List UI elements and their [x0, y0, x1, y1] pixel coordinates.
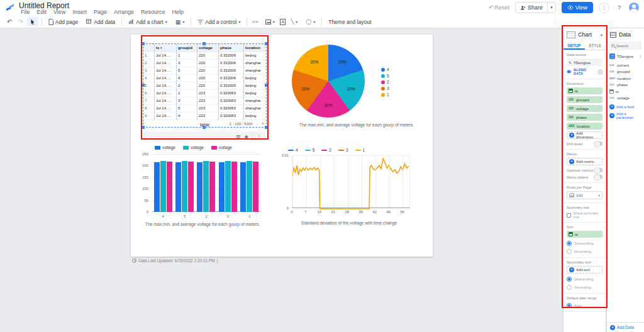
add-control-button[interactable]: Add a control▾ — [194, 19, 243, 25]
legend-item[interactable]: 5 — [305, 148, 315, 152]
sort-option-ascending[interactable]: Ascending — [567, 249, 602, 254]
menu-view[interactable]: View — [50, 9, 69, 15]
add-parameter-button[interactable]: +Add a parameter — [609, 112, 641, 119]
data-source-chip[interactable]: ✎TDengine — [567, 58, 602, 66]
search-input[interactable] — [616, 44, 638, 48]
redo-button[interactable]: ↷ — [16, 18, 25, 25]
chart-type-icon[interactable]: ▥ — [236, 134, 241, 140]
add-data-footer[interactable]: + Add Data — [607, 322, 644, 332]
legend-item[interactable]: 4 — [288, 148, 298, 152]
resize-handle[interactable] — [265, 42, 268, 45]
secondary-sort-option-ascending[interactable]: Ascending — [567, 285, 602, 290]
bar[interactable] — [188, 162, 194, 212]
dimension-chip-voltage[interactable]: 123voltage — [567, 105, 602, 112]
bar[interactable] — [160, 161, 166, 212]
panel-header[interactable]: Chart ▾ — [564, 28, 606, 41]
resize-handle[interactable] — [142, 84, 145, 87]
tab-setup[interactable]: SETUP — [564, 41, 585, 50]
share-dropdown-caret[interactable]: ▾ — [547, 3, 555, 13]
blend-data-row[interactable]: BLEND DATA i — [567, 68, 602, 75]
table-chart[interactable]: ⋮ ts ▾groupidvoltagephaselocation1.Jul 1… — [143, 40, 266, 127]
add-dimension-button[interactable]: +Add dimension — [567, 131, 602, 139]
legend-item[interactable]: voltage — [155, 145, 175, 150]
add-metric-button[interactable]: +Add metric — [567, 158, 602, 165]
legend-item[interactable]: 5 — [381, 74, 389, 78]
add-data-button[interactable]: Add data — [83, 19, 118, 25]
legend-item[interactable]: 2 — [381, 80, 389, 84]
column-header-ts[interactable]: ts ▾ — [155, 44, 177, 52]
bar[interactable] — [247, 161, 252, 212]
more-options-icon[interactable]: ⋮ — [599, 3, 609, 13]
radio-selected-icon[interactable] — [567, 241, 572, 246]
secondary-sort-option-descending[interactable]: Descending — [567, 277, 602, 282]
date-range-option-auto[interactable]: Auto — [567, 303, 602, 308]
legend-item[interactable]: 3 — [381, 86, 389, 91]
info-icon[interactable]: i — [598, 70, 602, 74]
avatar[interactable] — [629, 3, 639, 13]
add-page-button[interactable]: Add page — [45, 19, 81, 25]
search-box[interactable] — [609, 42, 641, 50]
theme-layout-button[interactable]: Theme and layout — [325, 19, 374, 25]
bar[interactable] — [167, 162, 172, 212]
dimension-chip-location[interactable]: ABClocation — [567, 123, 602, 130]
community-viz-button[interactable]: ▦▾ — [172, 19, 188, 25]
dimension-chip-ts[interactable]: ts — [567, 231, 602, 238]
data-field-phase[interactable]: 123phase — [609, 82, 641, 89]
optional-metrics-toggle[interactable] — [594, 168, 602, 172]
bar[interactable] — [197, 162, 203, 212]
radio-unselected-icon[interactable] — [567, 285, 572, 290]
add-chart-button[interactable]: Add a chart▾ — [125, 19, 170, 25]
menu-help[interactable]: Help — [169, 9, 187, 15]
data-field-location[interactable]: ABClocation — [609, 75, 641, 82]
data-field-groupid[interactable]: 123groupid — [609, 69, 641, 75]
connector-row[interactable]: ◫ TDengine ↕ — [607, 52, 644, 60]
dimension-chip-ts[interactable]: ts — [567, 87, 602, 94]
add-field-button[interactable]: +Add a field — [609, 104, 641, 109]
column-header-voltage[interactable]: voltage — [197, 44, 219, 52]
line-chart[interactable]: 45231 00.01 0714212835424956 Standard de… — [282, 148, 416, 228]
bar[interactable] — [203, 161, 209, 212]
data-field-ts[interactable]: ts — [609, 88, 641, 95]
reset-button[interactable]: ↶Reset — [489, 4, 509, 11]
menu-resource[interactable]: Resource — [138, 9, 169, 15]
resize-handle[interactable] — [142, 42, 145, 45]
resize-handle[interactable] — [142, 126, 145, 129]
drill-down-toggle[interactable] — [594, 141, 602, 146]
bar[interactable] — [182, 161, 187, 212]
radio-selected-icon[interactable] — [567, 277, 572, 282]
bar[interactable] — [240, 162, 246, 212]
column-header-phase[interactable]: phase — [219, 44, 244, 52]
resize-handle[interactable] — [265, 84, 268, 87]
report-canvas[interactable]: ⋮ ts ▾groupidvoltagephaselocation1.Jul 1… — [131, 35, 433, 257]
data-field-voltage[interactable]: 123voltage — [609, 95, 641, 102]
show-summary-row[interactable]: Show summary row — [567, 211, 602, 219]
resize-handle[interactable] — [203, 126, 206, 129]
menu-arrange[interactable]: Arrange — [111, 9, 137, 15]
legend-item[interactable]: 1 — [355, 148, 365, 152]
insights-icon[interactable]: ◈ — [245, 134, 248, 140]
menu-insert[interactable]: Insert — [69, 9, 90, 15]
sort-option-descending[interactable]: Descending — [567, 241, 602, 246]
radio-unselected-icon[interactable] — [567, 249, 572, 254]
menu-page[interactable]: Page — [91, 9, 110, 15]
bar[interactable] — [175, 162, 181, 212]
legend-item[interactable]: 4 — [381, 67, 389, 72]
pencil-icon[interactable]: ✎ — [569, 60, 572, 65]
data-field-current[interactable]: 123current — [609, 62, 641, 69]
bar[interactable] — [209, 162, 215, 212]
image-button[interactable]: ▾ — [262, 19, 278, 25]
collapse-icon[interactable]: ↕ — [640, 54, 642, 58]
legend-item[interactable]: voltage — [183, 145, 204, 150]
metric-sliders-toggle[interactable] — [594, 175, 602, 179]
menu-edit[interactable]: Edit — [34, 9, 50, 15]
bar[interactable] — [231, 162, 237, 212]
add-sort-button[interactable]: +Add sort — [567, 266, 602, 274]
bar[interactable] — [154, 162, 160, 212]
chevron-down-icon[interactable]: ▾ — [601, 33, 602, 37]
select-tool[interactable] — [27, 17, 38, 26]
resize-handle[interactable] — [203, 42, 206, 45]
more-options-icon[interactable]: ⋮ — [257, 134, 262, 140]
column-header-groupid[interactable]: groupid — [177, 44, 197, 52]
legend-item[interactable]: 2 — [321, 148, 331, 152]
view-button[interactable]: View — [562, 2, 593, 13]
